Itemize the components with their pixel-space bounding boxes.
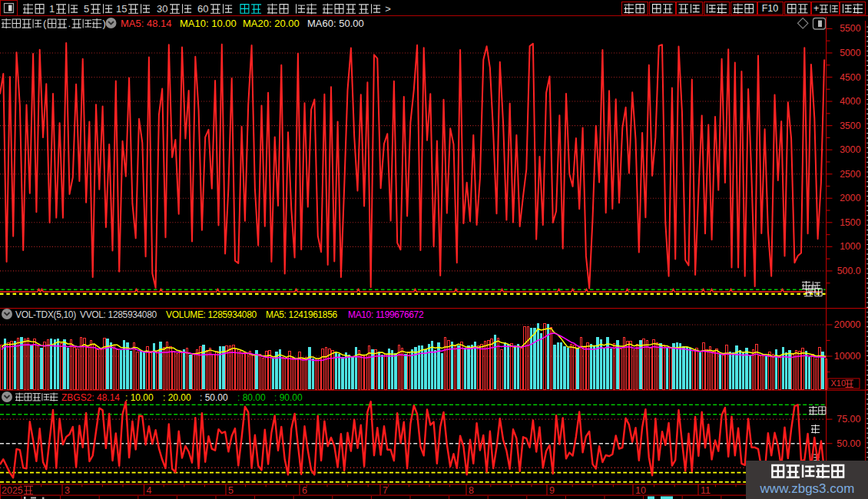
svg-text:VOL-TDX(5,10): VOL-TDX(5,10) <box>15 309 76 320</box>
svg-text:30: 30 <box>157 3 167 15</box>
svg-text:4: 4 <box>147 485 152 496</box>
svg-text:1500: 1500 <box>840 217 861 228</box>
svg-text:X10: X10 <box>831 378 846 388</box>
svg-text:VOLUME: 1285934080: VOLUME: 1285934080 <box>166 309 257 320</box>
svg-text:: 20.00: : 20.00 <box>163 392 191 403</box>
svg-text:15: 15 <box>116 3 127 15</box>
svg-text:MA5: 1241961856: MA5: 1241961856 <box>266 309 338 320</box>
svg-text:50.00: 50.00 <box>837 438 860 449</box>
svg-text:10000: 10000 <box>834 351 861 362</box>
svg-text:ZBGS2: 48.14: ZBGS2: 48.14 <box>61 392 120 403</box>
svg-text:3500: 3500 <box>840 121 861 131</box>
svg-text:2025: 2025 <box>2 485 23 496</box>
svg-text:MA10: 10.00: MA10: 10.00 <box>180 18 237 29</box>
svg-text:): ) <box>103 18 106 29</box>
svg-text:MA60: 50.00: MA60: 50.00 <box>307 18 364 29</box>
svg-text:3000: 3000 <box>840 144 861 155</box>
svg-text:60: 60 <box>197 3 208 15</box>
svg-text:+: + <box>813 3 819 14</box>
svg-text:: 90.00: : 90.00 <box>274 392 303 403</box>
svg-text:>: > <box>385 3 391 15</box>
svg-text:9: 9 <box>549 485 555 496</box>
svg-text:1: 1 <box>49 3 55 15</box>
svg-text:1000: 1000 <box>840 241 861 252</box>
svg-text:MA5: 48.14: MA5: 48.14 <box>121 18 172 29</box>
svg-text:5: 5 <box>84 3 89 15</box>
svg-text:5: 5 <box>228 485 234 496</box>
svg-text:7: 7 <box>383 485 388 496</box>
svg-text:5500: 5500 <box>840 23 861 34</box>
svg-text:: 80.00: : 80.00 <box>237 392 266 403</box>
svg-text:www.zbgs3.com: www.zbgs3.com <box>760 481 855 496</box>
svg-text:20000: 20000 <box>834 319 861 330</box>
svg-text:MA10: 1199676672: MA10: 1199676672 <box>348 309 424 320</box>
svg-text:2500: 2500 <box>840 169 861 180</box>
svg-text:MA20: 20.00: MA20: 20.00 <box>243 18 300 29</box>
svg-text:4000: 4000 <box>840 96 861 107</box>
svg-text:(: ( <box>43 18 47 29</box>
svg-text:8: 8 <box>469 485 474 496</box>
svg-text:F10: F10 <box>762 3 779 14</box>
svg-text:5000: 5000 <box>840 48 861 58</box>
svg-text:: 10.00: : 10.00 <box>125 392 154 403</box>
svg-text:.: . <box>68 18 71 29</box>
svg-text:3: 3 <box>65 485 70 496</box>
svg-text:4500: 4500 <box>840 72 861 83</box>
svg-text:500.0: 500.0 <box>837 266 861 276</box>
svg-text:2000: 2000 <box>840 193 861 203</box>
svg-text:10: 10 <box>635 485 646 496</box>
svg-text:75.00: 75.00 <box>837 414 860 425</box>
svg-text:VVOL: 1285934080: VVOL: 1285934080 <box>80 309 157 320</box>
svg-text:: 50.00: : 50.00 <box>200 392 228 403</box>
svg-text:6: 6 <box>302 485 307 496</box>
svg-text:11: 11 <box>701 485 711 496</box>
